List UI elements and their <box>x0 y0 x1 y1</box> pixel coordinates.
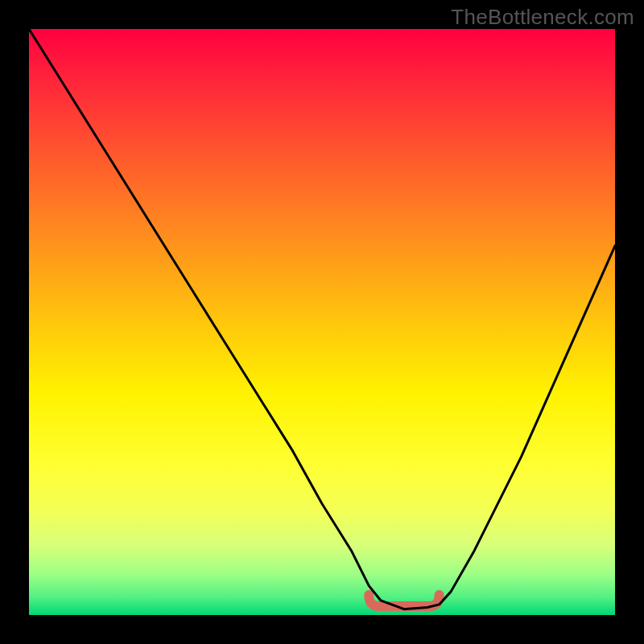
chart-svg <box>29 29 615 615</box>
watermark-text: TheBottleneck.com <box>451 5 634 30</box>
bottleneck-curve <box>29 29 615 609</box>
chart-frame: TheBottleneck.com <box>0 0 644 644</box>
